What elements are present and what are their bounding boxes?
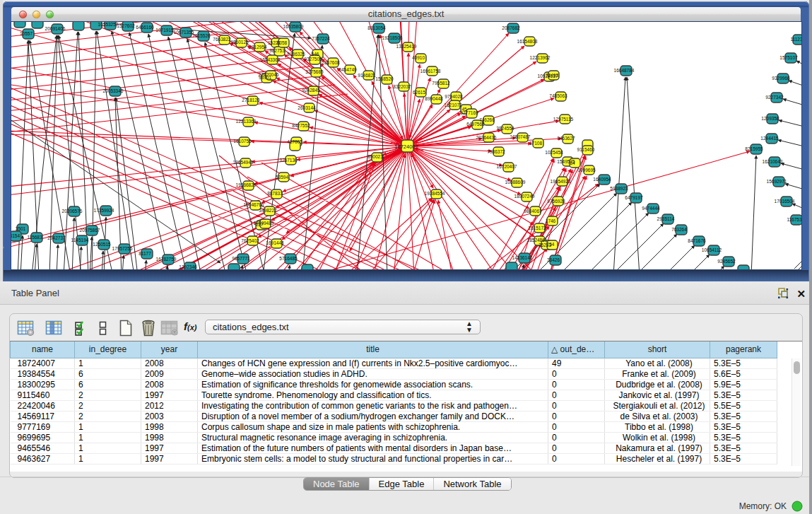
svg-text:6058: 6058: [277, 40, 288, 45]
svg-text:9146821: 9146821: [358, 73, 376, 78]
svg-text:33426: 33426: [547, 257, 560, 262]
svg-text:9242845: 9242845: [302, 88, 320, 93]
svg-text:417005: 417005: [287, 139, 302, 144]
svg-text:9474444: 9474444: [642, 206, 660, 211]
svg-text:1025458: 1025458: [545, 150, 563, 155]
svg-text:116753: 116753: [787, 217, 801, 222]
svg-text:2603144: 2603144: [298, 105, 316, 110]
svg-text:1640954: 1640954: [593, 177, 611, 182]
svg-text:10671355: 10671355: [174, 30, 194, 35]
svg-text:16154808: 16154808: [517, 39, 538, 44]
svg-text:8813054: 8813054: [367, 25, 386, 30]
svg-text:8186325: 8186325: [287, 52, 305, 57]
svg-text:10807487: 10807487: [510, 134, 531, 139]
svg-text:16782759: 16782759: [156, 257, 177, 262]
svg-text:1746: 1746: [546, 218, 556, 223]
svg-text:18724007: 18724007: [394, 144, 418, 150]
svg-text:9327505: 9327505: [304, 57, 322, 62]
svg-text:7986372: 7986372: [487, 149, 505, 154]
svg-text:73493: 73493: [546, 73, 558, 78]
svg-text:1145194: 1145194: [71, 238, 89, 243]
svg-text:1610755: 1610755: [233, 139, 252, 144]
svg-text:1244415: 1244415: [760, 136, 779, 141]
svg-text:10553257: 10553257: [98, 22, 119, 27]
svg-text:9227342: 9227342: [765, 95, 784, 100]
svg-text:7663822: 7663822: [213, 37, 231, 42]
svg-text:11123: 11123: [790, 37, 801, 42]
svg-text:7357224: 7357224: [312, 36, 330, 41]
svg-text:18524861: 18524861: [527, 238, 548, 243]
svg-text:19654923: 19654923: [551, 179, 571, 184]
svg-text:2942737: 2942737: [47, 235, 66, 240]
svg-text:12213962: 12213962: [530, 55, 551, 60]
svg-text:1292346: 1292346: [179, 264, 197, 269]
svg-text:6497568: 6497568: [466, 122, 485, 127]
svg-text:9657771: 9657771: [232, 256, 250, 261]
svg-text:10688609: 10688609: [505, 180, 526, 185]
svg-text:20206576: 20206576: [62, 209, 83, 214]
svg-text:7955812: 7955812: [432, 81, 450, 86]
svg-text:19654943: 19654943: [233, 160, 254, 165]
svg-text:763264: 763264: [671, 227, 687, 232]
svg-text:1621072: 1621072: [444, 103, 462, 107]
svg-text:33154: 33154: [11, 233, 20, 238]
svg-text:62615: 62615: [413, 90, 425, 95]
svg-text:17016504: 17016504: [775, 199, 795, 204]
svg-text:9777169: 9777169: [460, 110, 478, 115]
svg-text:0099695: 0099695: [577, 168, 596, 173]
svg-text:7515526: 7515526: [192, 33, 211, 38]
svg-text:1250515: 1250515: [93, 242, 111, 247]
svg-text:12213369: 12213369: [236, 119, 257, 124]
svg-text:9756928: 9756928: [547, 199, 565, 204]
svg-text:16961758: 16961758: [420, 69, 441, 74]
svg-text:16648784: 16648784: [614, 68, 635, 73]
svg-text:81177: 81177: [139, 251, 151, 256]
svg-text:16035809: 16035809: [283, 24, 304, 29]
svg-text:17957255: 17957255: [112, 246, 133, 251]
svg-text:3912954: 3912954: [249, 45, 267, 49]
svg-text:8427552: 8427552: [292, 123, 310, 128]
svg-text:10557: 10557: [20, 31, 33, 36]
svg-text:1575107: 1575107: [779, 55, 798, 60]
svg-text:8990448: 8990448: [425, 96, 443, 101]
svg-text:20975867: 20975867: [80, 228, 100, 233]
svg-text:67108: 67108: [529, 141, 542, 146]
svg-text:8454749: 8454749: [339, 67, 357, 72]
svg-text:2087682: 2087682: [502, 25, 520, 30]
svg-text:2718120: 2718120: [242, 98, 260, 103]
svg-text:890023: 890023: [367, 154, 383, 159]
svg-text:8471676: 8471676: [688, 238, 706, 243]
svg-text:6466160: 6466160: [136, 25, 154, 30]
svg-text:1527602: 1527602: [117, 23, 135, 28]
svg-text:9463627: 9463627: [557, 136, 575, 141]
svg-text:20053346: 20053346: [103, 88, 124, 93]
svg-text:9245652: 9245652: [717, 259, 736, 264]
svg-text:3375685: 3375685: [305, 69, 324, 74]
svg-text:7625402: 7625402: [241, 238, 259, 243]
svg-text:7485063: 7485063: [549, 93, 567, 98]
svg-text:20364436: 20364436: [476, 135, 497, 140]
svg-text:19166829: 19166829: [236, 182, 257, 187]
svg-text:15720407: 15720407: [497, 164, 517, 169]
svg-text:17359924: 17359924: [94, 208, 114, 213]
svg-text:13325419: 13325419: [396, 44, 417, 49]
svg-text:3501: 3501: [16, 226, 26, 231]
svg-text:2935114: 2935114: [657, 216, 675, 221]
svg-text:19384554: 19384554: [425, 191, 445, 196]
svg-text:16543362: 16543362: [260, 57, 281, 62]
svg-text:3267130: 3267130: [279, 158, 298, 163]
svg-text:16046766: 16046766: [244, 202, 264, 207]
svg-text:9860125: 9860125: [230, 40, 249, 45]
svg-text:22420046: 22420046: [259, 72, 279, 77]
svg-text:1691448: 1691448: [266, 240, 284, 245]
svg-text:14136141: 14136141: [512, 255, 533, 260]
svg-text:6479197: 6479197: [625, 195, 643, 200]
svg-text:5716485: 5716485: [279, 256, 298, 261]
svg-text:115683: 115683: [27, 235, 42, 240]
svg-text:9329966: 9329966: [772, 76, 790, 81]
svg-text:982753: 982753: [269, 48, 285, 53]
svg-text:9794028: 9794028: [445, 94, 463, 99]
svg-text:12975115: 12975115: [553, 117, 574, 122]
svg-text:8215955: 8215955: [745, 146, 763, 151]
svg-text:1071915: 1071915: [155, 28, 174, 33]
